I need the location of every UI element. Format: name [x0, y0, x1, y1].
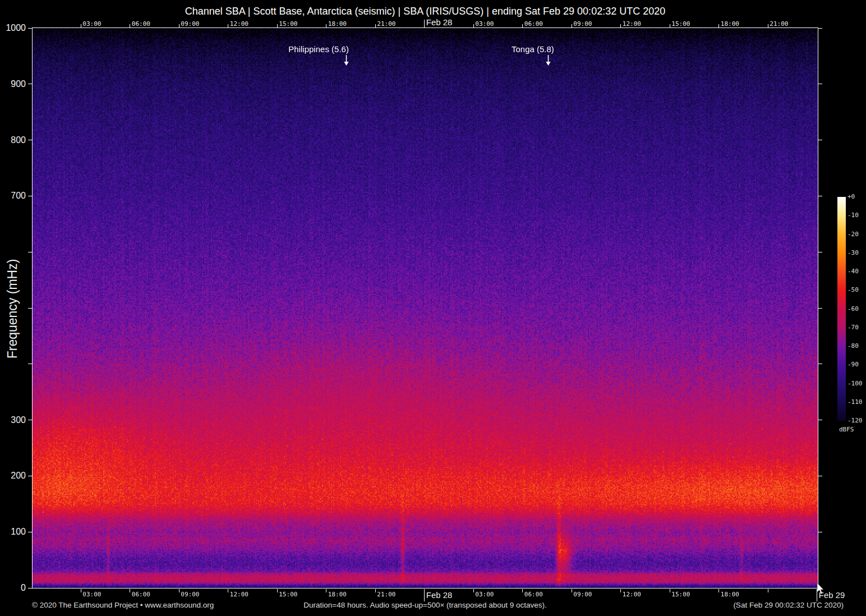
colorbar-tick-label: -120: [847, 417, 863, 425]
colorbar-tick-label: -30: [847, 249, 859, 257]
y-tick-label: 300: [0, 415, 26, 426]
y-tick-left: [28, 532, 32, 532]
down-arrow-icon: [343, 55, 349, 66]
y-tick-left: [28, 84, 32, 84]
footer-duration-info: Duration=48 hours. Audio speed-up=500× (…: [33, 601, 818, 610]
x-tick-label-bottom: Feb 28: [426, 590, 453, 600]
x-tick-top: [718, 24, 719, 27]
colorbar-tick-label: -70: [847, 324, 859, 332]
y-tick-label: 900: [0, 79, 26, 90]
x-tick-label-bottom: 09:00: [181, 591, 199, 598]
x-tick-label-top: 18:00: [721, 20, 739, 27]
y-axis-title: Frequency (mHz): [4, 254, 20, 364]
x-tick-bottom: [130, 589, 130, 592]
y-tick-label: 700: [0, 190, 26, 201]
y-tick-left: [28, 476, 32, 476]
y-tick-left: [28, 196, 32, 196]
x-tick-top: [522, 24, 523, 27]
x-tick-label-bottom: 18:00: [721, 591, 739, 598]
colorbar-tick-label: -40: [847, 268, 859, 275]
y-tick-right: [818, 308, 822, 309]
x-tick-bottom: [768, 589, 768, 592]
y-tick-right: [818, 532, 822, 532]
x-tick-bottom: [718, 589, 719, 592]
colorbar-gradient: [837, 197, 846, 421]
y-tick-right: [818, 588, 822, 589]
y-tick-left: [28, 588, 32, 589]
x-tick-top: [375, 24, 376, 27]
page-title: Channel SBA | Scott Base, Antarctica (se…: [33, 6, 818, 17]
x-tick-label-top: 12:00: [230, 20, 248, 27]
y-tick-right: [818, 196, 822, 196]
event-annotation-label: Philippines (5.6): [257, 44, 380, 54]
y-tick-left: [28, 140, 32, 140]
x-tick-label-top: 06:00: [524, 20, 543, 27]
x-tick-label-top: Feb 28: [426, 17, 453, 27]
x-tick-bottom: [572, 589, 572, 592]
x-tick-top: [130, 24, 130, 27]
x-tick-bottom: [277, 589, 278, 592]
x-tick-bottom: [670, 589, 670, 592]
colorbar-tick-label: -10: [847, 212, 859, 219]
x-tick-top: [670, 24, 670, 27]
colorbar-tick-label: -50: [847, 286, 859, 294]
x-tick-top: [620, 24, 621, 27]
y-tick-right: [818, 364, 822, 364]
x-tick-label-top: 21:00: [377, 20, 395, 27]
event-annotation-label: Tonga (5.8): [471, 44, 595, 54]
y-tick-right: [818, 476, 822, 476]
x-tick-bottom: [228, 589, 228, 592]
y-tick-right: [818, 420, 822, 420]
x-tick-label-top: 03:00: [82, 20, 101, 27]
y-tick-left: [28, 28, 32, 29]
x-tick-label-bottom: 06:00: [524, 591, 543, 598]
x-tick-top: [179, 24, 179, 27]
x-tick-bottom: [620, 589, 621, 592]
y-tick-right: [818, 28, 822, 29]
x-tick-top: [473, 24, 474, 27]
x-tick-bottom: [817, 589, 817, 601]
footer-end-timestamp: (Sat Feb 29 00:02:32 UTC 2020): [733, 601, 844, 610]
y-tick-label: 100: [0, 526, 26, 537]
plot-frame: [32, 27, 818, 589]
y-axis-title-box: Frequency (mHz): [4, 254, 20, 364]
x-tick-label-top: 06:00: [132, 20, 150, 27]
down-arrow-icon: [545, 55, 551, 66]
y-tick-label: 200: [0, 470, 26, 481]
colorbar-tick-label: -20: [847, 231, 859, 238]
x-tick-label-top: 18:00: [328, 20, 347, 27]
x-tick-top: [424, 20, 425, 27]
x-tick-label-bottom: 09:00: [573, 591, 592, 598]
spectrogram-canvas: [33, 28, 818, 588]
colorbar-tick-label: -110: [847, 398, 863, 406]
x-tick-label-bottom: 03:00: [82, 591, 101, 598]
x-tick-top: [277, 24, 278, 27]
spectrogram-page: Channel SBA | Scott Base, Antarctica (se…: [0, 0, 866, 616]
y-tick-left: [28, 420, 32, 420]
x-tick-bottom: [326, 589, 326, 592]
x-tick-label-top: 03:00: [475, 20, 494, 27]
x-tick-label-bottom: 15:00: [279, 591, 297, 598]
x-tick-top: [228, 24, 228, 27]
colorbar-tick-label: -100: [847, 380, 863, 388]
y-tick-right: [818, 140, 822, 140]
colorbar-tick-label: +0: [847, 193, 855, 201]
x-tick-label-bottom: 18:00: [328, 591, 347, 598]
y-tick-left: [28, 364, 32, 364]
x-tick-label-bottom: 03:00: [475, 591, 494, 598]
x-tick-top: [81, 24, 81, 27]
x-tick-label-top: 15:00: [671, 20, 690, 27]
x-tick-label-bottom: 06:00: [132, 591, 150, 598]
y-tick-right: [818, 84, 822, 84]
x-tick-label-bottom: 21:00: [377, 591, 395, 598]
y-tick-right: [818, 252, 822, 252]
colorbar-tick-label: -60: [847, 305, 859, 313]
x-tick-label-top: 09:00: [181, 20, 199, 27]
y-tick-left: [28, 308, 32, 309]
x-tick-bottom: [179, 589, 179, 592]
x-tick-label-bottom: 12:00: [230, 591, 248, 598]
x-tick-top: [326, 24, 326, 27]
y-tick-label: 0: [0, 582, 26, 594]
y-tick-left: [28, 252, 32, 252]
colorbar-tick-label: -80: [847, 342, 859, 350]
